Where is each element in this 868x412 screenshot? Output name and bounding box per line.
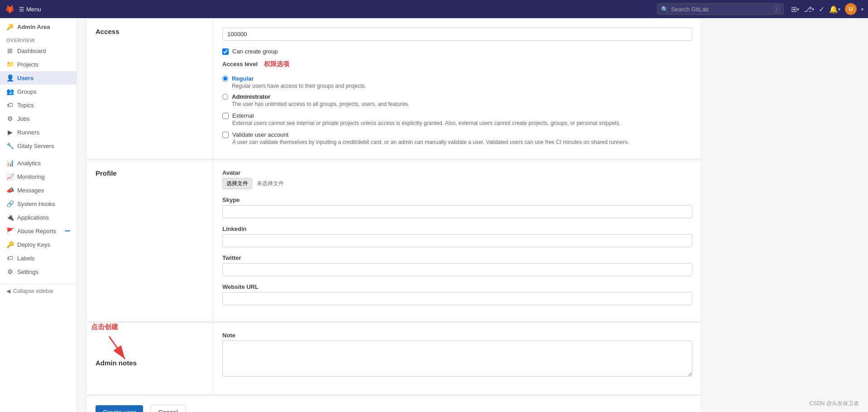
hamburger-icon: ☰ bbox=[19, 6, 24, 13]
avatar-label: Avatar bbox=[222, 169, 692, 176]
sidebar-item-monitoring[interactable]: 📈 Monitoring bbox=[0, 170, 77, 183]
collapse-sidebar-btn[interactable]: ◀ Collapse sidebar bbox=[0, 284, 77, 298]
sidebar-item-abuse-reports[interactable]: 🚩 Abuse Reports bbox=[0, 224, 77, 238]
create-user-button[interactable]: Create user bbox=[96, 405, 143, 412]
avatar[interactable]: U bbox=[845, 3, 857, 15]
sidebar-item-users[interactable]: 👤 Users bbox=[0, 71, 77, 85]
skype-label: Skype bbox=[222, 196, 692, 203]
access-level-section: Access level 权限选项 Regular Regular users … bbox=[222, 60, 692, 145]
arrow-svg bbox=[100, 332, 136, 368]
plus-icon-btn[interactable]: ⊞ ▾ bbox=[791, 5, 799, 14]
slash-shortcut: / bbox=[774, 5, 780, 13]
admin-notes-section-content: Note bbox=[213, 323, 701, 394]
merge-request-btn[interactable]: ⎇ ▾ bbox=[804, 5, 814, 14]
linkedin-label: Linkedin bbox=[222, 225, 692, 232]
sidebar-item-settings[interactable]: ⚙ Settings bbox=[0, 265, 77, 278]
system-hooks-icon: 🔗 bbox=[6, 200, 14, 207]
access-level-label: Access level bbox=[222, 61, 258, 67]
external-content: External External users cannot see inter… bbox=[232, 112, 621, 126]
deploy-keys-icon: 🔑 bbox=[6, 241, 14, 248]
notification-btn[interactable]: 🔔 ▾ bbox=[829, 5, 840, 14]
sidebar-item-labels[interactable]: 🏷 Labels bbox=[0, 251, 77, 265]
regular-label[interactable]: Regular bbox=[232, 75, 254, 82]
sidebar-item-dashboard[interactable]: ⊞ Dashboard bbox=[0, 44, 77, 57]
id-input[interactable] bbox=[222, 28, 692, 41]
sidebar-item-label: Monitoring bbox=[17, 173, 45, 180]
external-label[interactable]: External bbox=[232, 112, 254, 119]
administrator-label[interactable]: Administrator bbox=[232, 93, 270, 100]
access-section-content: Can create group Access level 权限选项 bbox=[213, 19, 701, 159]
external-checkbox[interactable] bbox=[222, 113, 229, 119]
linkedin-input[interactable] bbox=[222, 234, 692, 247]
regular-content: Regular Regular users have access to the… bbox=[232, 75, 366, 89]
access-level-annotation: 权限选项 bbox=[264, 60, 289, 67]
sidebar-item-label: Abuse Reports bbox=[17, 228, 56, 235]
sidebar-overview-heading: Overview bbox=[0, 35, 77, 44]
can-create-group-label[interactable]: Can create group bbox=[232, 48, 278, 55]
todo-icon: ✓ bbox=[819, 5, 825, 14]
validate-user-checkbox[interactable] bbox=[222, 132, 229, 138]
note-textarea[interactable] bbox=[222, 340, 692, 377]
sidebar-item-label: Analytics bbox=[17, 160, 41, 167]
sidebar-item-analytics[interactable]: 📊 Analytics bbox=[0, 156, 77, 170]
validate-content: Validate user account A user can validat… bbox=[232, 131, 629, 145]
search-input[interactable] bbox=[671, 6, 771, 13]
sidebar-item-groups[interactable]: 👥 Groups bbox=[0, 85, 77, 98]
file-choose-button[interactable]: 选择文件 bbox=[222, 178, 252, 189]
analytics-icon: 📊 bbox=[6, 159, 14, 167]
sidebar-item-topics[interactable]: 🏷 Topics bbox=[0, 98, 77, 112]
sidebar-item-label: Topics bbox=[17, 102, 34, 109]
labels-icon: 🏷 bbox=[6, 254, 14, 262]
skype-input[interactable] bbox=[222, 205, 692, 218]
collapse-icon: ◀ bbox=[6, 288, 10, 294]
regular-radio[interactable] bbox=[222, 76, 228, 81]
regular-radio-item: Regular Regular users have access to the… bbox=[222, 75, 692, 89]
todo-btn[interactable]: ✓ bbox=[819, 5, 825, 14]
external-description: External users cannot see internal or pr… bbox=[232, 120, 621, 126]
sidebar-item-system-hooks[interactable]: 🔗 System Hooks bbox=[0, 197, 77, 211]
note-label: Note bbox=[222, 332, 692, 339]
chevron-down-icon-2: ▾ bbox=[812, 7, 814, 12]
sidebar-item-jobs[interactable]: ⚙ Jobs bbox=[0, 112, 77, 125]
admin-icon: 🔑 bbox=[6, 24, 14, 30]
projects-icon: 📁 bbox=[6, 61, 14, 68]
search-bar[interactable]: 🔍 / bbox=[657, 3, 784, 15]
validate-label[interactable]: Validate user account bbox=[232, 131, 288, 138]
can-create-group-checkbox[interactable] bbox=[222, 48, 229, 55]
access-section-row: Access Can create group bbox=[86, 19, 701, 159]
sidebar-item-runners[interactable]: ▶ Runners bbox=[0, 125, 77, 139]
sidebar-item-label: Users bbox=[17, 75, 34, 81]
sidebar-item-messages[interactable]: 📣 Messages bbox=[0, 183, 77, 197]
sidebar-item-label: Messages bbox=[17, 187, 44, 194]
sidebar-item-gitaly-servers[interactable]: 🔧 Gitaly Servers bbox=[0, 139, 77, 153]
administrator-radio[interactable] bbox=[222, 94, 228, 100]
layout: 🔑 Admin Area Overview ⊞ Dashboard 📁 Proj… bbox=[0, 18, 868, 412]
sidebar-item-label: Labels bbox=[17, 255, 34, 262]
admin-notes-section-label: 点击创建 Admi bbox=[86, 323, 213, 394]
applications-icon: 🔌 bbox=[6, 214, 14, 221]
sidebar-item-deploy-keys[interactable]: 🔑 Deploy Keys bbox=[0, 238, 77, 251]
svg-line-1 bbox=[109, 336, 125, 359]
menu-button[interactable]: ☰ Menu bbox=[19, 6, 41, 13]
administrator-radio-item: Administrator The user has unlimited acc… bbox=[222, 93, 692, 107]
note-field-group: Note bbox=[222, 332, 692, 378]
topbar-icons: ⊞ ▾ ⎇ ▾ ✓ 🔔 ▾ U ▾ bbox=[791, 3, 863, 15]
admin-notes-section-row: 点击创建 Admi bbox=[86, 323, 701, 394]
validate-checkbox-group: Validate user account A user can validat… bbox=[222, 131, 692, 145]
sidebar-item-label: System Hooks bbox=[17, 201, 55, 207]
cancel-button[interactable]: Cancel bbox=[150, 405, 186, 412]
profile-section: Profile Avatar 选择文件 未选择文件 bbox=[86, 160, 702, 322]
jobs-icon: ⚙ bbox=[6, 115, 14, 122]
admin-area-title: 🔑 Admin Area bbox=[0, 18, 77, 33]
administrator-description: The user has unlimited access to all gro… bbox=[232, 101, 409, 107]
sidebar-item-label: Settings bbox=[17, 268, 38, 275]
access-radio-group: Regular Regular users have access to the… bbox=[222, 75, 692, 107]
avatar-field-group: Avatar 选择文件 未选择文件 bbox=[222, 169, 692, 189]
external-checkbox-group: External External users cannot see inter… bbox=[222, 112, 692, 126]
sidebar: 🔑 Admin Area Overview ⊞ Dashboard 📁 Proj… bbox=[0, 18, 77, 412]
twitter-input[interactable] bbox=[222, 263, 692, 276]
sidebar-item-applications[interactable]: 🔌 Applications bbox=[0, 211, 77, 224]
collapse-label: Collapse sidebar bbox=[13, 288, 53, 294]
sidebar-item-projects[interactable]: 📁 Projects bbox=[0, 57, 77, 71]
website-url-input[interactable] bbox=[222, 292, 692, 305]
